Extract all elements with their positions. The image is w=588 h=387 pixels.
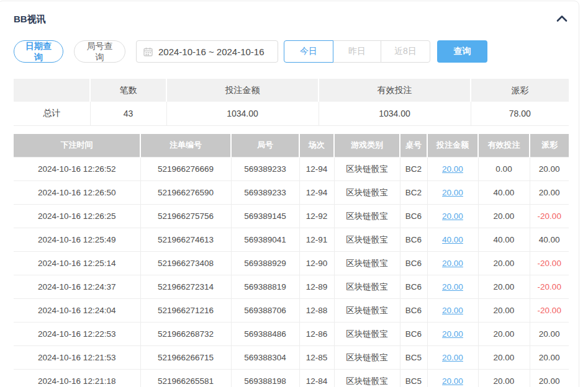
bet-amount-link[interactable]: 20.00 [442, 306, 463, 315]
summary-total-row: 总计 43 1034.00 1034.00 78.00 [14, 102, 569, 125]
date-range-value: 2024-10-16 ~ 2024-10-16 [158, 47, 265, 57]
bet-time-cell: 2024-10-16 12:26:25 [14, 205, 140, 228]
valid-bet-cell: 20.00 [478, 322, 530, 346]
game-type-cell: 区块链骰宝 [334, 346, 400, 370]
column-header: 桌号 [400, 134, 427, 158]
column-header: 注单编号 [140, 134, 231, 158]
bet-time-cell: 2024-10-16 12:26:52 [14, 158, 140, 181]
game-type-cell: 区块链骰宝 [334, 275, 400, 299]
bet-time-cell: 2024-10-16 12:24:04 [14, 299, 140, 322]
date-range-input[interactable]: 2024-10-16 ~ 2024-10-16 [136, 40, 278, 63]
table-row: 2024-10-16 12:24:04521966271216569388706… [14, 299, 569, 322]
column-header: 有效投注 [478, 134, 530, 158]
summary-header-empty [14, 79, 90, 102]
column-header: 局号 [231, 134, 299, 158]
bet-time-cell: 2024-10-16 12:26:50 [14, 181, 140, 205]
game-type-cell: 区块链骰宝 [334, 322, 400, 346]
bet-amount-link[interactable]: 20.00 [442, 164, 463, 174]
summary-table: 笔数 投注金额 有效投注 派彩 总计 43 1034.00 1034.00 78… [14, 79, 569, 126]
table-row: 2024-10-16 12:26:52521966276669569389233… [14, 158, 569, 181]
summary-payout-value: 78.00 [471, 102, 569, 125]
bet-amount-link[interactable]: 20.00 [442, 282, 463, 291]
round-id-cell: 569388486 [231, 322, 299, 346]
quick-range-button-1[interactable]: 昨日 [333, 40, 381, 63]
quick-range-button-2[interactable]: 近8日 [381, 40, 430, 63]
column-header: 下注时间 [14, 134, 140, 158]
bet-time-cell: 2024-10-16 12:25:49 [14, 228, 140, 252]
valid-bet-cell: 40.00 [478, 181, 530, 205]
bet-amount-link[interactable]: 20.00 [442, 353, 463, 362]
table-row: 2024-10-16 12:25:49521966274613569389041… [14, 228, 569, 252]
round-id-cell: 569388819 [231, 275, 299, 299]
table-row: 2024-10-16 12:26:50521966276590569389233… [14, 181, 569, 205]
payout-cell: 20.00 [530, 322, 569, 346]
bet-id-cell: 521966276590 [140, 181, 231, 205]
collapse-button[interactable] [555, 14, 569, 25]
table-no-cell: BC6 [400, 322, 427, 346]
records-header-row: 下注时间注单编号局号场次游戏类别桌号投注金额有效投注派彩 [14, 134, 569, 158]
search-button[interactable]: 查询 [437, 40, 487, 63]
bet-amount-link[interactable]: 20.00 [442, 259, 463, 268]
bet-amount-link[interactable]: 20.00 [442, 211, 463, 221]
game-type-cell: 区块链骰宝 [334, 205, 400, 228]
valid-bet-cell: 20.00 [478, 275, 530, 299]
bet-time-cell: 2024-10-16 12:25:14 [14, 252, 140, 275]
column-header: 派彩 [530, 134, 569, 158]
game-type-cell: 区块链骰宝 [334, 228, 400, 252]
bet-amount-cell: 40.00 [427, 228, 478, 252]
valid-bet-cell: 20.00 [478, 299, 530, 322]
column-header: 场次 [299, 134, 334, 158]
bet-amount-link[interactable]: 20.00 [442, 376, 463, 386]
filter-bar: 日期查询 局号查询 2024-10-16 ~ 2024-10-16 今日昨日近8… [14, 40, 582, 63]
table-row: 2024-10-16 12:21:18521966265581569388198… [14, 370, 569, 387]
round-id-cell: 569389233 [231, 181, 299, 205]
summary-valid-bet-value: 1034.00 [319, 102, 471, 125]
payout-cell: -20.00 [530, 275, 569, 299]
session-cell: 12-88 [299, 299, 334, 322]
bet-amount-link[interactable]: 20.00 [442, 188, 463, 197]
round-id-cell: 569388706 [231, 299, 299, 322]
quick-range-button-0[interactable]: 今日 [284, 40, 333, 63]
round-query-tab[interactable]: 局号查询 [74, 40, 125, 63]
calendar-icon [143, 47, 153, 56]
session-cell: 12-92 [299, 205, 334, 228]
table-row: 2024-10-16 12:25:14521966273408569388929… [14, 252, 569, 275]
game-type-cell: 区块链骰宝 [334, 299, 400, 322]
round-id-cell: 569388304 [231, 346, 299, 370]
bet-time-cell: 2024-10-16 12:21:53 [14, 346, 140, 370]
date-query-tab[interactable]: 日期查询 [14, 40, 63, 63]
bet-id-cell: 521966271216 [140, 299, 231, 322]
table-no-cell: BC6 [400, 299, 427, 322]
game-type-cell: 区块链骰宝 [334, 181, 400, 205]
game-type-cell: 区块链骰宝 [334, 252, 400, 275]
quick-range-group: 今日昨日近8日 [284, 40, 430, 63]
round-id-cell: 569389041 [231, 228, 299, 252]
bet-time-cell: 2024-10-16 12:22:53 [14, 322, 140, 346]
valid-bet-cell: 0.00 [478, 158, 530, 181]
bet-amount-link[interactable]: 40.00 [442, 235, 463, 244]
summary-count-value: 43 [90, 102, 166, 125]
bet-amount-cell: 20.00 [427, 370, 478, 387]
summary-header-count: 笔数 [90, 79, 166, 102]
bet-time-cell: 2024-10-16 12:21:18 [14, 370, 140, 387]
payout-cell: -20.00 [530, 252, 569, 275]
bet-amount-link[interactable]: 20.00 [442, 329, 463, 339]
chevron-up-icon [556, 15, 568, 24]
bet-id-cell: 521966268732 [140, 322, 231, 346]
table-no-cell: BC6 [400, 275, 427, 299]
bet-amount-cell: 20.00 [427, 252, 478, 275]
bet-id-cell: 521966273408 [140, 252, 231, 275]
bet-amount-cell: 20.00 [427, 205, 478, 228]
summary-header-row: 笔数 投注金额 有效投注 派彩 [14, 79, 569, 102]
bet-amount-cell: 20.00 [427, 181, 478, 205]
summary-header-valid-bet: 有效投注 [319, 79, 471, 102]
table-no-cell: BC2 [400, 181, 427, 205]
summary-total-label: 总计 [14, 102, 90, 125]
bet-amount-cell: 20.00 [427, 322, 478, 346]
table-row: 2024-10-16 12:21:53521966266715569388304… [14, 346, 569, 370]
bet-id-cell: 521966266715 [140, 346, 231, 370]
summary-header-bet-amount: 投注金额 [166, 79, 319, 102]
bet-amount-cell: 20.00 [427, 158, 478, 181]
bet-amount-cell: 20.00 [427, 346, 478, 370]
payout-cell: -20.00 [530, 205, 569, 228]
